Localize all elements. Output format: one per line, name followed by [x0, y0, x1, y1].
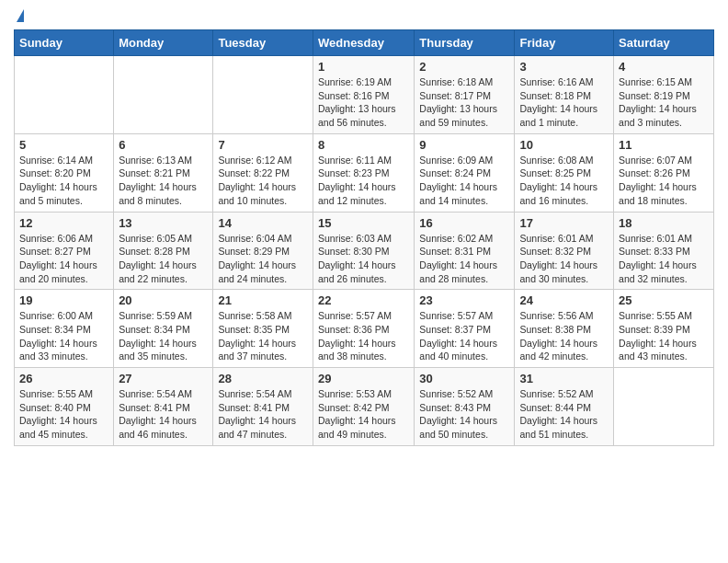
- daylight-text: Daylight: 14 hours and 51 minutes.: [519, 415, 597, 440]
- day-number: 18: [619, 216, 709, 230]
- sunset-text: Sunset: 8:34 PM: [19, 324, 91, 335]
- daylight-text: Daylight: 13 hours and 59 minutes.: [419, 103, 497, 128]
- calendar-cell-week4-day2: 21Sunrise: 5:58 AMSunset: 8:35 PMDayligh…: [213, 290, 313, 368]
- header-day-tuesday: Tuesday: [213, 30, 313, 56]
- calendar-cell-week1-day5: 3Sunrise: 6:16 AMSunset: 8:18 PMDaylight…: [515, 56, 614, 134]
- day-info: Sunrise: 6:01 AMSunset: 8:32 PMDaylight:…: [519, 232, 609, 286]
- calendar-cell-week1-day1: [114, 56, 213, 134]
- sunset-text: Sunset: 8:20 PM: [19, 167, 91, 178]
- day-number: 1: [318, 60, 409, 74]
- day-info: Sunrise: 6:14 AMSunset: 8:20 PMDaylight:…: [19, 154, 108, 208]
- day-number: 5: [19, 138, 108, 152]
- calendar-cell-week5-day1: 27Sunrise: 5:54 AMSunset: 8:41 PMDayligh…: [114, 368, 213, 446]
- daylight-text: Daylight: 14 hours and 49 minutes.: [318, 415, 396, 440]
- day-number: 27: [119, 372, 208, 385]
- sunrise-text: Sunrise: 5:53 AM: [318, 388, 392, 399]
- sunset-text: Sunset: 8:35 PM: [218, 324, 290, 335]
- calendar-cell-week3-day0: 12Sunrise: 6:06 AMSunset: 8:27 PMDayligh…: [15, 212, 114, 290]
- daylight-text: Daylight: 14 hours and 5 minutes.: [19, 181, 97, 206]
- day-info: Sunrise: 6:07 AMSunset: 8:26 PMDaylight:…: [619, 154, 709, 208]
- calendar-cell-week2-day0: 5Sunrise: 6:14 AMSunset: 8:20 PMDaylight…: [15, 133, 114, 212]
- sunrise-text: Sunrise: 6:08 AM: [519, 155, 593, 166]
- sunset-text: Sunset: 8:18 PM: [519, 90, 591, 101]
- header-day-monday: Monday: [114, 30, 213, 56]
- daylight-text: Daylight: 14 hours and 24 minutes.: [218, 259, 296, 284]
- calendar-table: SundayMondayTuesdayWednesdayThursdayFrid…: [14, 29, 714, 446]
- sunset-text: Sunset: 8:36 PM: [318, 324, 390, 335]
- day-info: Sunrise: 5:56 AMSunset: 8:38 PMDaylight:…: [519, 309, 609, 363]
- calendar-cell-week4-day1: 20Sunrise: 5:59 AMSunset: 8:34 PMDayligh…: [114, 290, 213, 368]
- sunrise-text: Sunrise: 6:11 AM: [318, 155, 392, 166]
- sunset-text: Sunset: 8:44 PM: [519, 402, 591, 413]
- daylight-text: Daylight: 14 hours and 42 minutes.: [519, 338, 597, 362]
- calendar-cell-week3-day2: 14Sunrise: 6:04 AMSunset: 8:29 PMDayligh…: [213, 212, 313, 290]
- sunset-text: Sunset: 8:29 PM: [218, 246, 290, 257]
- daylight-text: Daylight: 14 hours and 35 minutes.: [119, 338, 197, 362]
- daylight-text: Daylight: 14 hours and 47 minutes.: [218, 415, 296, 440]
- sunset-text: Sunset: 8:38 PM: [519, 324, 591, 335]
- day-number: 11: [619, 138, 709, 152]
- sunrise-text: Sunrise: 6:02 AM: [419, 233, 493, 244]
- sunrise-text: Sunrise: 6:09 AM: [419, 155, 493, 166]
- sunset-text: Sunset: 8:17 PM: [419, 90, 491, 101]
- logo-triangle-icon: [17, 9, 24, 22]
- sunset-text: Sunset: 8:22 PM: [218, 167, 290, 178]
- sunset-text: Sunset: 8:41 PM: [218, 402, 290, 413]
- calendar-cell-week2-day5: 10Sunrise: 6:08 AMSunset: 8:25 PMDayligh…: [515, 133, 614, 212]
- daylight-text: Daylight: 14 hours and 38 minutes.: [318, 338, 396, 362]
- day-number: 22: [318, 293, 409, 307]
- daylight-text: Daylight: 14 hours and 45 minutes.: [19, 415, 97, 440]
- sunset-text: Sunset: 8:43 PM: [419, 402, 491, 413]
- sunset-text: Sunset: 8:24 PM: [419, 167, 491, 178]
- sunrise-text: Sunrise: 5:54 AM: [218, 388, 291, 399]
- calendar-cell-week3-day1: 13Sunrise: 6:05 AMSunset: 8:28 PMDayligh…: [114, 212, 213, 290]
- daylight-text: Daylight: 14 hours and 33 minutes.: [19, 338, 97, 362]
- sunrise-text: Sunrise: 5:52 AM: [519, 388, 593, 399]
- calendar-cell-week2-day6: 11Sunrise: 6:07 AMSunset: 8:26 PMDayligh…: [614, 133, 714, 212]
- day-number: 20: [119, 293, 208, 307]
- day-number: 7: [218, 138, 308, 152]
- sunrise-text: Sunrise: 6:16 AM: [519, 76, 593, 87]
- daylight-text: Daylight: 14 hours and 16 minutes.: [519, 181, 597, 206]
- sunrise-text: Sunrise: 6:04 AM: [218, 233, 291, 244]
- daylight-text: Daylight: 14 hours and 32 minutes.: [619, 259, 697, 284]
- sunrise-text: Sunrise: 6:05 AM: [119, 233, 192, 244]
- calendar-cell-week3-day3: 15Sunrise: 6:03 AMSunset: 8:30 PMDayligh…: [313, 212, 414, 290]
- daylight-text: Daylight: 14 hours and 1 minute.: [519, 103, 597, 128]
- day-info: Sunrise: 5:59 AMSunset: 8:34 PMDaylight:…: [119, 309, 208, 363]
- day-info: Sunrise: 6:13 AMSunset: 8:21 PMDaylight:…: [119, 154, 208, 208]
- daylight-text: Daylight: 14 hours and 12 minutes.: [318, 181, 396, 206]
- sunset-text: Sunset: 8:31 PM: [419, 246, 491, 257]
- day-info: Sunrise: 6:06 AMSunset: 8:27 PMDaylight:…: [19, 232, 108, 286]
- daylight-text: Daylight: 14 hours and 30 minutes.: [519, 259, 597, 284]
- sunrise-text: Sunrise: 5:57 AM: [318, 310, 392, 321]
- sunset-text: Sunset: 8:16 PM: [318, 90, 390, 101]
- day-info: Sunrise: 6:08 AMSunset: 8:25 PMDaylight:…: [519, 154, 609, 208]
- calendar-cell-week4-day6: 25Sunrise: 5:55 AMSunset: 8:39 PMDayligh…: [614, 290, 714, 368]
- day-info: Sunrise: 5:57 AMSunset: 8:37 PMDaylight:…: [419, 309, 509, 363]
- day-info: Sunrise: 5:52 AMSunset: 8:43 PMDaylight:…: [419, 387, 509, 442]
- day-info: Sunrise: 6:19 AMSunset: 8:16 PMDaylight:…: [318, 75, 409, 130]
- calendar-header-row: SundayMondayTuesdayWednesdayThursdayFrid…: [15, 30, 714, 56]
- day-number: 31: [519, 372, 609, 385]
- calendar-cell-week1-day4: 2Sunrise: 6:18 AMSunset: 8:17 PMDaylight…: [415, 56, 515, 134]
- calendar-cell-week5-day3: 29Sunrise: 5:53 AMSunset: 8:42 PMDayligh…: [313, 368, 414, 446]
- daylight-text: Daylight: 14 hours and 3 minutes.: [619, 103, 697, 128]
- day-number: 9: [419, 138, 509, 152]
- daylight-text: Daylight: 14 hours and 40 minutes.: [419, 338, 497, 362]
- calendar-cell-week1-day6: 4Sunrise: 6:15 AMSunset: 8:19 PMDaylight…: [614, 56, 714, 134]
- calendar-cell-week2-day4: 9Sunrise: 6:09 AMSunset: 8:24 PMDaylight…: [415, 133, 515, 212]
- daylight-text: Daylight: 14 hours and 18 minutes.: [619, 181, 697, 206]
- sunset-text: Sunset: 8:41 PM: [119, 402, 190, 413]
- day-info: Sunrise: 6:01 AMSunset: 8:33 PMDaylight:…: [619, 232, 709, 286]
- sunrise-text: Sunrise: 6:03 AM: [318, 233, 392, 244]
- day-number: 16: [419, 216, 509, 230]
- week-row-4: 19Sunrise: 6:00 AMSunset: 8:34 PMDayligh…: [15, 290, 714, 368]
- daylight-text: Daylight: 13 hours and 56 minutes.: [318, 103, 396, 128]
- day-number: 23: [419, 293, 509, 307]
- sunrise-text: Sunrise: 5:58 AM: [218, 310, 291, 321]
- day-number: 26: [19, 372, 108, 385]
- sunrise-text: Sunrise: 6:01 AM: [519, 233, 593, 244]
- day-number: 6: [119, 138, 208, 152]
- day-info: Sunrise: 6:16 AMSunset: 8:18 PMDaylight:…: [519, 75, 609, 130]
